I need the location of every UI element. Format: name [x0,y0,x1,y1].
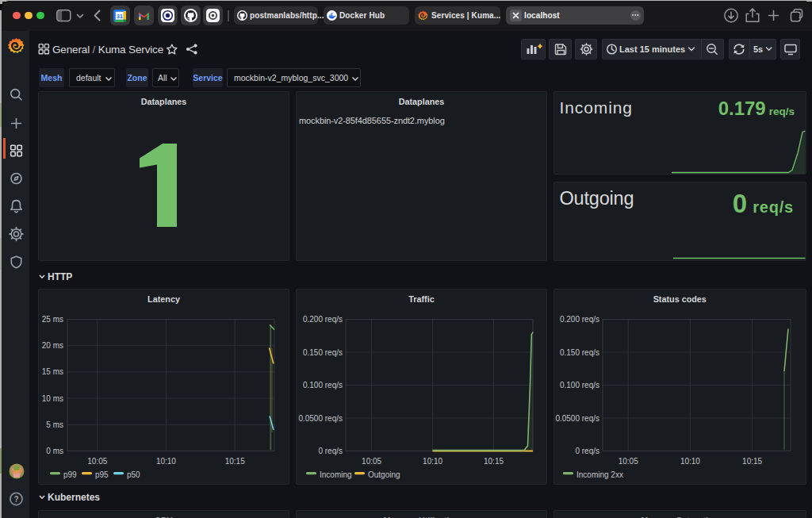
svg-text:0.0500 req/s: 0.0500 req/s [555,414,599,423]
svg-text:0 ms: 0 ms [46,447,63,455]
svg-text:0.150 req/s: 0.150 req/s [560,348,599,357]
svg-text:10:15: 10:15 [742,457,762,466]
svg-text:31: 31 [117,12,123,19]
svg-text:10:10: 10:10 [423,457,442,466]
svg-text:15 ms: 15 ms [42,367,63,376]
svg-text:Outgoing: Outgoing [368,470,400,479]
svg-text:p99: p99 [63,470,77,479]
svg-text:25 ms: 25 ms [42,315,63,324]
svg-text:10:10: 10:10 [156,457,176,466]
svg-text:10:05: 10:05 [619,457,638,466]
svg-text:0.100 req/s: 0.100 req/s [560,381,599,389]
svg-text:0 req/s: 0 req/s [318,447,343,455]
svg-text:p50: p50 [127,470,140,479]
svg-text:5 ms: 5 ms [46,420,63,429]
svg-text:10:05: 10:05 [362,457,381,466]
svg-text:0.150 req/s: 0.150 req/s [303,348,343,357]
svg-text:20 ms: 20 ms [42,341,63,350]
svg-text:10:15: 10:15 [484,457,504,466]
svg-text:0.0500 req/s: 0.0500 req/s [298,414,343,423]
svg-text:Incoming: Incoming [320,470,352,479]
svg-text:p95: p95 [95,470,109,479]
svg-text:?: ? [13,495,18,504]
svg-text:0 req/s: 0 req/s [575,447,599,455]
svg-text:10 ms: 10 ms [42,394,63,403]
svg-text:0.200 req/s: 0.200 req/s [303,315,343,324]
svg-text:10:05: 10:05 [87,457,107,466]
svg-text:0.200 req/s: 0.200 req/s [560,315,599,324]
svg-text:10:10: 10:10 [680,457,700,466]
svg-text:10:15: 10:15 [225,457,245,466]
svg-text:0.100 req/s: 0.100 req/s [303,381,343,389]
svg-text:Incoming 2xx: Incoming 2xx [576,470,623,479]
